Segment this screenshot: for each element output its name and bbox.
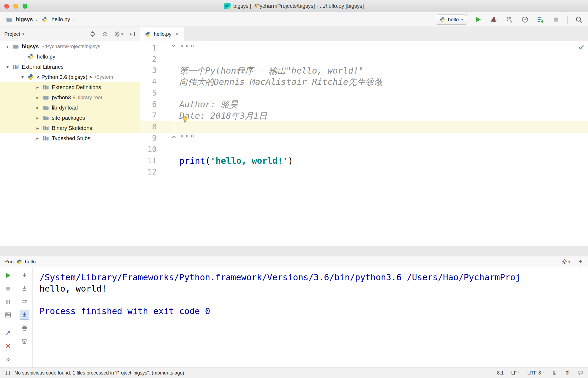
line-number-5[interactable]: 5 xyxy=(140,88,179,99)
locate-file-button[interactable] xyxy=(89,31,96,37)
console-toolbar-col1: » xyxy=(0,271,16,368)
fold-collapse-top-icon[interactable] xyxy=(171,43,177,49)
jump-to-bottom-button[interactable] xyxy=(20,284,29,293)
pin-tab-button[interactable] xyxy=(3,328,13,338)
rerun-button[interactable] xyxy=(3,271,13,280)
line-number-10[interactable]: 10 xyxy=(140,144,179,155)
close-tab-icon[interactable]: × xyxy=(176,31,179,38)
caret-position[interactable]: 8:1 xyxy=(497,370,504,376)
tree-item-lib-dynload[interactable]: ▸lib-dynload xyxy=(0,103,140,113)
tree-item-binary-skeletons[interactable]: ▸Binary Skeletons xyxy=(0,123,140,133)
concurrency-diagram-button[interactable] xyxy=(521,15,529,24)
restore-layout-button[interactable] xyxy=(3,310,13,320)
editor-code[interactable]: """第一个Python程序 - 输出"hello, world!"向伟大的De… xyxy=(179,41,588,246)
collapse-all-button[interactable] xyxy=(102,31,108,37)
search-everywhere-icon[interactable] xyxy=(575,15,583,24)
encoding-selector[interactable]: UTF-8↕ xyxy=(527,370,544,376)
tree-item-extended-definitions[interactable]: ▸Extended Definitions xyxy=(0,82,140,92)
notifications-icon[interactable] xyxy=(578,370,584,376)
intention-bulb-icon[interactable] xyxy=(181,115,189,123)
tree-item-site-packages[interactable]: ▸site-packages xyxy=(0,113,140,123)
print-button[interactable] xyxy=(20,323,29,333)
tree-item-python-3-6-bigsys[interactable]: ▾< Python 3.6 (bigsys) >/System xyxy=(0,72,140,82)
status-message: No suspicious code found. 1 files proces… xyxy=(14,370,184,376)
tree-item-hello-py[interactable]: hello.py xyxy=(0,52,140,62)
line-number-11[interactable]: 11 xyxy=(140,155,179,166)
python-file-icon xyxy=(145,31,151,37)
expand-right-icon[interactable]: ▸ xyxy=(33,115,42,121)
profiler-button[interactable] xyxy=(536,15,545,24)
code-line-5[interactable] xyxy=(179,88,588,99)
code-line-11[interactable]: print('hello, world!') xyxy=(179,155,588,166)
more-options-icon[interactable]: » xyxy=(3,354,13,364)
line-number-12[interactable]: 12 xyxy=(140,166,179,178)
settings-gear-button[interactable]: ▾ xyxy=(114,31,123,37)
code-line-4[interactable]: 向伟大的Dennis MacAlistair Ritchie先生致敬 xyxy=(179,76,588,88)
tree-item-typeshed-stubs[interactable]: ▸Typeshed Stubs xyxy=(0,133,140,143)
line-separator-selector[interactable]: LF↕ xyxy=(511,370,520,376)
code-line-8[interactable] xyxy=(179,121,588,133)
breadcrumb-file[interactable]: hello.py xyxy=(52,16,70,23)
code-line-7[interactable]: Date: 2018年3月1日 xyxy=(179,110,588,121)
run-configuration-select[interactable]: hello ▾ xyxy=(436,14,467,25)
expand-down-icon[interactable]: ▾ xyxy=(18,74,27,80)
project-panel-title[interactable]: Project xyxy=(4,31,20,37)
pause-output-button[interactable] xyxy=(3,297,13,307)
run-with-coverage-button[interactable] xyxy=(505,15,514,24)
tree-item-python3-6[interactable]: ▸python3.6library root xyxy=(0,92,140,103)
line-number-3[interactable]: 3 xyxy=(140,65,179,76)
tree-item-external-libraries[interactable]: ▾External Libraries xyxy=(0,62,140,72)
clear-console-button[interactable] xyxy=(20,336,29,346)
code-line-10[interactable] xyxy=(179,144,588,155)
code-line-12[interactable] xyxy=(179,166,588,178)
console-line: Process finished with exit code 0 xyxy=(39,306,588,317)
scroll-to-end-button[interactable] xyxy=(20,310,29,320)
toolbar-divider xyxy=(567,16,568,24)
hide-run-panel-button[interactable] xyxy=(577,259,584,265)
minimize-window-button[interactable] xyxy=(13,4,18,9)
run-config-label: hello xyxy=(25,259,36,265)
hector-inspector-icon[interactable] xyxy=(564,370,570,376)
readonly-lock-icon[interactable] xyxy=(551,370,557,376)
expand-right-icon[interactable]: ▸ xyxy=(33,125,42,131)
run-panel-title[interactable]: Run xyxy=(4,259,14,265)
close-console-button[interactable] xyxy=(3,341,13,351)
console-output[interactable]: /System/Library/Frameworks/Python.framew… xyxy=(32,267,588,368)
expand-down-icon[interactable]: ▾ xyxy=(3,64,12,70)
chevron-down-icon[interactable]: ▾ xyxy=(22,32,24,37)
code-line-1[interactable]: """ xyxy=(179,42,588,54)
line-number-6[interactable]: 6 xyxy=(140,99,179,110)
line-number-4[interactable]: 4 xyxy=(140,76,179,88)
editor[interactable]: 123456789101112 """第一个Python程序 - 输出"hell… xyxy=(140,41,588,246)
expand-right-icon[interactable]: ▸ xyxy=(33,136,42,141)
code-line-2[interactable] xyxy=(179,54,588,65)
tree-item-bigsys[interactable]: ▾bigsys~/PycharmProjects/bigsys xyxy=(0,41,140,52)
soft-wrap-button[interactable] xyxy=(20,297,29,307)
inspection-ok-icon[interactable] xyxy=(578,43,585,50)
project-tree: ▾bigsys~/PycharmProjects/bigsyshello.py▾… xyxy=(0,41,140,246)
close-window-button[interactable] xyxy=(4,4,9,9)
expand-right-icon[interactable]: ▸ xyxy=(33,95,42,100)
debug-button[interactable] xyxy=(489,15,498,24)
line-number-8[interactable]: 8 xyxy=(140,121,179,133)
toolwindow-switcher-icon[interactable] xyxy=(4,370,10,376)
code-line-3[interactable]: 第一个Python程序 - 输出"hello, world!" xyxy=(179,65,588,76)
hide-panel-button[interactable] xyxy=(129,31,136,37)
breadcrumb-project[interactable]: bigsys xyxy=(16,16,33,23)
expand-right-icon[interactable]: ▸ xyxy=(33,85,42,90)
expand-right-icon[interactable]: ▸ xyxy=(33,105,42,111)
expand-down-icon[interactable]: ▾ xyxy=(3,44,12,49)
tab-hello-py[interactable]: hello.py × xyxy=(140,27,184,41)
stop-button[interactable] xyxy=(3,284,13,293)
zoom-window-button[interactable] xyxy=(23,4,27,9)
code-line-6[interactable]: Author: 骆昊 xyxy=(179,99,588,110)
code-line-9[interactable]: """ xyxy=(179,133,588,144)
code-token: 'hello, world!' xyxy=(210,156,288,166)
fold-collapse-bottom-icon[interactable] xyxy=(171,134,177,140)
run-button[interactable] xyxy=(474,15,482,24)
line-number-2[interactable]: 2 xyxy=(140,54,179,65)
run-settings-gear-button[interactable]: ▾ xyxy=(561,259,570,265)
line-number-7[interactable]: 7 xyxy=(140,110,179,121)
next-occurrence-button[interactable] xyxy=(20,271,29,280)
tree-item-label: External Libraries xyxy=(22,64,64,70)
